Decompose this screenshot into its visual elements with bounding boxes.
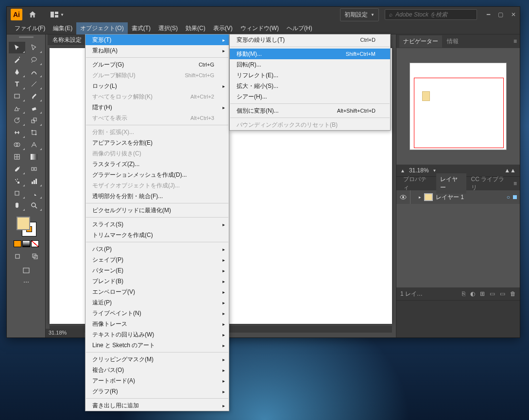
more-tools-icon[interactable]: ⋯ <box>23 279 29 286</box>
layout-selector[interactable]: ▼ <box>51 12 64 17</box>
search-box[interactable]: ⌕ <box>385 9 477 20</box>
new-layer2-icon[interactable]: ▭ <box>500 290 505 297</box>
blend-tool[interactable] <box>26 163 42 175</box>
menuitem[interactable]: パターン(E) <box>85 265 229 276</box>
tab-info[interactable]: 情報 <box>443 35 462 48</box>
menuitem[interactable]: シェイプ(P) <box>85 254 229 265</box>
gradient-tool[interactable] <box>26 151 42 163</box>
magic-wand-tool[interactable] <box>9 54 25 66</box>
menu-書式[interactable]: 書式(T) <box>128 22 154 34</box>
menuitem[interactable]: 透明部分を分割・統合(F)... <box>85 191 229 202</box>
zoom-slider-icon[interactable]: ▲▲ <box>504 167 516 174</box>
perspective-grid-tool[interactable] <box>26 139 42 151</box>
hand-tool[interactable] <box>9 200 25 211</box>
panel-menu-icon[interactable]: ≡ <box>513 180 517 187</box>
menuitem[interactable]: 個別に変形(N)...Alt+Shift+Ctrl+D <box>230 105 390 116</box>
curvature-tool[interactable] <box>26 66 42 78</box>
menuitem[interactable]: アピアランスを分割(E) <box>85 137 229 148</box>
rectangle-tool[interactable] <box>9 90 25 102</box>
tab-navigator[interactable]: ナビゲーター <box>399 35 442 48</box>
zoom-tool[interactable] <box>26 200 42 211</box>
menuitem[interactable]: グラデーションメッシュを作成(D)... <box>85 169 229 180</box>
screen-mode-icon[interactable] <box>18 265 34 276</box>
target-icon[interactable]: ○ <box>507 194 510 201</box>
menu-効果[interactable]: 効果(C) <box>182 22 209 34</box>
menuitem[interactable]: Line と Sketch のアート <box>85 340 229 351</box>
fill-color-mode[interactable] <box>14 240 21 247</box>
menuitem[interactable]: シアー(H)... <box>230 91 390 102</box>
menuitem[interactable]: スライス(S) <box>85 219 229 230</box>
zoom-dropdown-icon[interactable]: ▼ <box>433 168 437 173</box>
menu-編集[interactable]: 編集(E) <box>49 22 76 34</box>
menuitem[interactable]: ブレンド(B) <box>85 276 229 286</box>
color-swatch[interactable] <box>17 217 36 236</box>
menu-ファイル[interactable]: ファイル(F) <box>11 22 49 34</box>
menuitem[interactable]: クリッピングマスク(M) <box>85 354 229 365</box>
menuitem[interactable]: 複合パス(O) <box>85 365 229 375</box>
mesh-tool[interactable] <box>9 151 25 163</box>
delete-layer-icon[interactable]: 🗑 <box>510 290 516 297</box>
menu-表示[interactable]: 表示(V) <box>209 22 237 34</box>
rotate-tool[interactable] <box>9 115 25 126</box>
menuitem[interactable]: 変形の繰り返し(T)Ctrl+D <box>230 34 390 45</box>
navigator-body[interactable] <box>396 48 520 165</box>
selection-tool[interactable] <box>9 42 25 53</box>
column-graph-tool[interactable] <box>26 175 42 187</box>
menuitem[interactable]: ラスタライズ(Z)... <box>85 159 229 169</box>
chevron-right-icon[interactable]: ▸ <box>419 195 421 200</box>
menuitem[interactable]: エンベロープ(V) <box>85 286 229 297</box>
layer-name[interactable]: レイヤー 1 <box>436 193 464 202</box>
maximize-icon[interactable]: ▢ <box>498 11 503 18</box>
minimize-icon[interactable]: ━ <box>487 11 490 18</box>
line-tool[interactable] <box>26 78 42 90</box>
search-input[interactable] <box>395 11 473 18</box>
eyedropper-tool[interactable] <box>9 163 25 175</box>
create-sublayer-icon[interactable]: ⊞ <box>480 290 485 297</box>
pen-tool[interactable] <box>9 66 25 78</box>
zoom-out-icon[interactable]: ▲ <box>400 168 405 173</box>
panel-menu-icon[interactable]: ≡ <box>513 38 517 45</box>
menuitem[interactable]: ピクセルグリッドに最適化(M) <box>85 205 229 216</box>
menu-オブジェクト[interactable]: オブジェクト(O) <box>76 22 127 34</box>
menuitem[interactable]: 書き出し用に追加 <box>85 400 229 411</box>
close-icon[interactable]: ✕ <box>511 11 516 18</box>
menuitem[interactable]: トリムマークを作成(C) <box>85 230 229 240</box>
width-tool[interactable] <box>9 127 25 138</box>
scale-tool[interactable] <box>26 115 42 126</box>
none-mode[interactable] <box>31 240 39 247</box>
tab-cc-libraries[interactable]: CC ライブラリ <box>467 173 512 194</box>
eraser-tool[interactable] <box>26 102 42 114</box>
tab-properties[interactable]: プロパティ <box>399 173 435 194</box>
tab-layers[interactable]: レイヤー <box>436 173 466 194</box>
symbol-sprayer-tool[interactable] <box>9 175 25 187</box>
workspace-selector[interactable]: 初期設定 ▼ <box>340 8 379 21</box>
locate-object-icon[interactable]: ⎘ <box>462 290 465 297</box>
make-clipping-mask-icon[interactable]: ◐ <box>470 290 475 297</box>
artboard-tool[interactable] <box>9 187 25 199</box>
gradient-mode[interactable] <box>22 240 30 247</box>
menuitem[interactable]: ロック(L) <box>85 81 229 91</box>
menuitem[interactable]: ライブペイント(N) <box>85 308 229 319</box>
menuitem[interactable]: 変形(T) <box>85 34 229 45</box>
paintbrush-tool[interactable] <box>26 90 42 102</box>
document-tab[interactable]: 名称未設定 <box>48 34 86 45</box>
lasso-tool[interactable] <box>26 54 42 66</box>
menuitem[interactable]: 隠す(H) <box>85 102 229 113</box>
menuitem[interactable]: 移動(M)...Shift+Ctrl+M <box>230 49 390 59</box>
type-tool[interactable]: T <box>9 78 25 90</box>
menuitem[interactable]: アートボード(A) <box>85 375 229 386</box>
draw-behind-icon[interactable] <box>27 251 43 262</box>
menu-ヘルプ[interactable]: ヘルプ(H) <box>283 22 316 34</box>
draw-normal-icon[interactable] <box>9 251 26 262</box>
menuitem[interactable]: 拡大・縮小(S)... <box>230 81 390 91</box>
home-icon[interactable] <box>28 10 37 19</box>
slice-tool[interactable] <box>26 187 42 199</box>
free-transform-tool[interactable] <box>26 127 42 138</box>
shape-builder-tool[interactable] <box>9 139 25 151</box>
direct-selection-tool[interactable] <box>26 42 42 53</box>
menuitem[interactable]: グループ(G)Ctrl+G <box>85 59 229 70</box>
menuitem[interactable]: 遠近(P) <box>85 297 229 308</box>
menuitem[interactable]: グラフ(R) <box>85 386 229 397</box>
menuitem[interactable]: テキストの回り込み(W) <box>85 329 229 340</box>
shaper-tool[interactable] <box>9 102 25 114</box>
